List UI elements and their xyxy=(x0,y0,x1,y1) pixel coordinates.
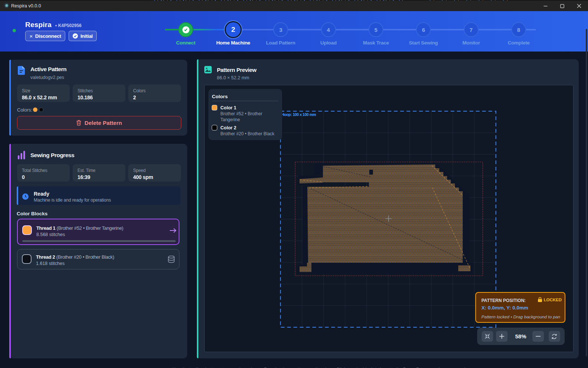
svg-text:Hoop: 100 x 100 mm: Hoop: 100 x 100 mm xyxy=(281,113,316,117)
